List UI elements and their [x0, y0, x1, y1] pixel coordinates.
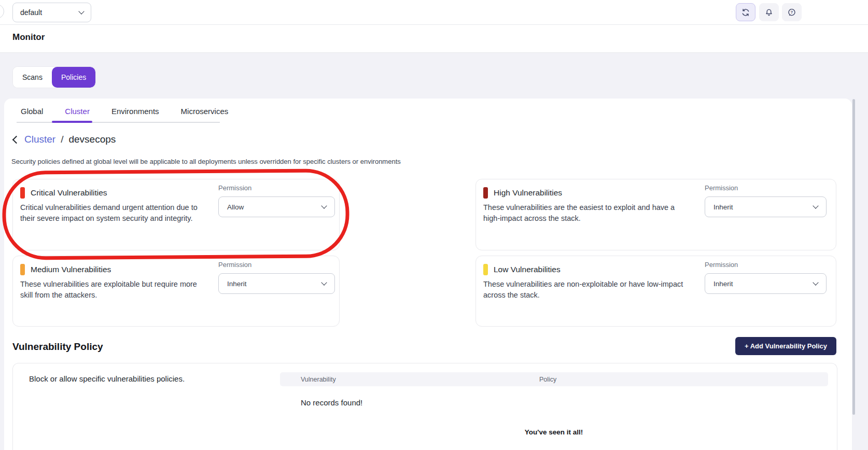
bell-icon [764, 8, 774, 17]
permission-select-value: Inherit [713, 203, 733, 211]
breadcrumb-cluster-link[interactable]: Cluster [24, 134, 55, 145]
back-chevron-icon[interactable] [12, 135, 21, 144]
chevron-down-icon [321, 279, 327, 285]
permission-select-medium[interactable]: Inherit [218, 273, 335, 294]
column-header-policy: Policy [539, 376, 556, 383]
low-severity-marker [483, 264, 488, 275]
add-vulnerability-policy-button[interactable]: + Add Vulnerability Policy [735, 337, 836, 355]
card-title: Low Vulnerabilities [494, 265, 561, 274]
vertical-scrollbar[interactable] [852, 99, 855, 415]
breadcrumb-separator: / [61, 134, 63, 145]
notifications-button[interactable] [759, 3, 779, 21]
app-window: default ? Monitor [0, 0, 868, 450]
project-select[interactable]: default [12, 3, 91, 22]
permission-select-low[interactable]: Inherit [705, 273, 827, 294]
card-description: These vulnerabilities are the easiest to… [483, 202, 684, 224]
permission-label: Permission [705, 261, 738, 269]
card-description: Critical vulnerabilities demand urgent a… [20, 202, 205, 224]
tab-microservices[interactable]: Microservices [177, 104, 233, 123]
svg-text:?: ? [791, 10, 793, 15]
card-critical-vulnerabilities: Critical Vulnerabilities Critical vulner… [12, 179, 340, 250]
permission-label: Permission [218, 184, 251, 192]
help-icon: ? [787, 8, 796, 17]
end-of-list-message: You've seen it all! [502, 428, 606, 436]
breadcrumb: Cluster / devsecops [13, 134, 116, 145]
active-tab-indicator [52, 121, 92, 123]
tabs-divider [17, 122, 220, 123]
chevron-down-icon [78, 8, 84, 14]
refresh-icon [741, 8, 750, 17]
policy-scope-note: Security policies defined at global leve… [11, 158, 401, 165]
high-severity-marker [483, 187, 488, 199]
empty-table-message: No records found! [301, 398, 362, 407]
vulnerability-policy-heading: Vulnerability Policy [12, 341, 103, 353]
card-title: High Vulnerabilities [494, 188, 562, 198]
tab-policies[interactable]: Policies [52, 67, 95, 88]
medium-severity-marker [20, 264, 25, 275]
chevron-down-icon [813, 279, 818, 285]
card-low-vulnerabilities: Low Vulnerabilities These vulnerabilitie… [475, 256, 836, 327]
breadcrumb-current: devsecops [68, 134, 116, 145]
permission-select-value: Inherit [713, 280, 733, 288]
chevron-down-icon [321, 203, 327, 208]
card-description: These vulnerabilities are exploitable bu… [20, 279, 205, 301]
card-description: These vulnerabilities are non-exploitabl… [483, 279, 684, 301]
chevron-down-icon [813, 203, 818, 208]
policy-scope-tabs: Global Cluster Environments Microservice… [17, 104, 232, 123]
card-title: Critical Vulnerabilities [31, 188, 107, 198]
critical-severity-marker [20, 187, 25, 199]
permission-select-critical[interactable]: Allow [218, 196, 335, 217]
vulnerability-policy-subtitle: Block or allow specific vulnerabilities … [29, 374, 185, 383]
card-title: Medium Vulnerabilities [31, 265, 111, 274]
permission-label: Permission [705, 184, 738, 192]
tab-global[interactable]: Global [17, 104, 47, 123]
tab-cluster[interactable]: Cluster [61, 104, 94, 123]
permission-label: Permission [218, 261, 251, 269]
refresh-button[interactable] [736, 3, 755, 21]
column-header-vulnerability: Vulnerability [301, 376, 539, 383]
permission-select-value: Allow [227, 203, 244, 211]
project-select-value: default [20, 8, 42, 17]
view-tabs: Scans Policies [12, 66, 96, 88]
card-medium-vulnerabilities: Medium Vulnerabilities These vulnerabili… [12, 256, 340, 327]
policy-table-header: Vulnerability Policy [280, 372, 828, 386]
permission-select-value: Inherit [227, 280, 247, 288]
page-title-bar: Monitor [0, 25, 868, 53]
tab-environments[interactable]: Environments [107, 104, 163, 123]
permission-select-high[interactable]: Inherit [705, 196, 827, 217]
card-high-vulnerabilities: High Vulnerabilities These vulnerabiliti… [475, 179, 836, 250]
help-button[interactable]: ? [782, 3, 802, 21]
page-title: Monitor [12, 32, 45, 43]
tab-scans[interactable]: Scans [13, 67, 52, 88]
